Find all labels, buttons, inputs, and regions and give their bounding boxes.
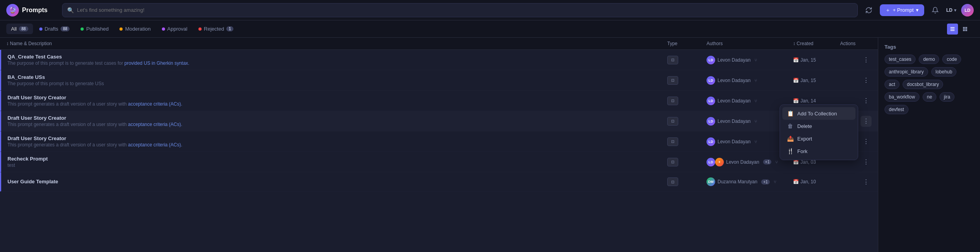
- tab-approval[interactable]: Approval: [157, 24, 192, 34]
- author-avatar: DM: [707, 177, 715, 186]
- tag-chip[interactable]: test_cases: [885, 55, 916, 64]
- tag-chip[interactable]: docsbot_library: [903, 80, 943, 89]
- tag-chip[interactable]: jira: [940, 92, 954, 102]
- logo-area: 🔮 Prompts: [6, 4, 57, 16]
- context-menu: 📋 Add To Collection 🗑 Delete 📤 Export 🍴 …: [780, 104, 858, 160]
- tag-chip[interactable]: act: [885, 80, 899, 89]
- tab-drafts-badge: 88: [61, 26, 70, 31]
- add-prompt-button[interactable]: ＋ + Prompt ▾: [880, 4, 924, 16]
- tab-published-label: Published: [86, 26, 108, 32]
- author-name: Duzanna Marutyan: [718, 179, 757, 184]
- author-avatar: LD: [707, 117, 715, 126]
- table-row[interactable]: User Guide Template ⊡ DM Duzanna Marutya…: [0, 172, 878, 192]
- notification-icon[interactable]: [929, 4, 941, 16]
- menu-item-label: Export: [797, 136, 812, 142]
- svg-rect-6: [965, 29, 967, 31]
- tag-chip[interactable]: demo: [919, 55, 939, 64]
- row-title: Recheck Prompt: [7, 156, 667, 162]
- sync-icon[interactable]: [863, 4, 875, 16]
- row-actions-menu-button[interactable]: ⋮: [861, 55, 872, 66]
- menu-item-export[interactable]: 📤 Export: [782, 132, 855, 145]
- row-actions-menu-button[interactable]: ⋮: [861, 116, 872, 127]
- search-bar[interactable]: 🔍: [62, 3, 858, 17]
- row-actions-menu-button[interactable]: ⋮: [861, 136, 872, 147]
- tab-rejected[interactable]: Rejected 1: [194, 24, 238, 34]
- user-badge[interactable]: LD ▾: [946, 7, 956, 13]
- svg-rect-3: [963, 27, 965, 29]
- author-name: Levon Dadayan: [718, 119, 751, 124]
- table-area: ↕ Name & Description Type Authors ↕ Crea…: [0, 38, 878, 252]
- tab-moderation-dot: [119, 27, 123, 31]
- row-description: This prompt generates a draft version of…: [7, 101, 667, 107]
- date-value: Jan, 15: [800, 78, 816, 83]
- header-right: ＋ + Prompt ▾ LD ▾ LD: [863, 4, 974, 16]
- tag-chip[interactable]: ne: [923, 92, 936, 102]
- row-name-cell: BA_Create USs The purpose of this prompt…: [7, 74, 667, 86]
- tag-chip[interactable]: code: [942, 55, 961, 64]
- row-actions-menu-button[interactable]: ⋮: [861, 75, 872, 86]
- plus-one-badge: +1: [761, 179, 769, 184]
- row-actions-menu-button[interactable]: ⋮: [861, 95, 872, 106]
- type-icon: ⊡: [667, 137, 678, 146]
- fork-icon: ⑂: [754, 139, 757, 144]
- avatar[interactable]: LD: [961, 4, 974, 16]
- row-title: Draft User Story Creator: [7, 135, 667, 141]
- row-actions-cell: ⋮: [840, 176, 872, 187]
- table-row[interactable]: Draft User Story Creator This prompt gen…: [0, 111, 878, 131]
- tab-published[interactable]: Published: [76, 24, 113, 34]
- menu-item-fork[interactable]: 🍴 Fork: [782, 145, 855, 157]
- table-row[interactable]: Recheck Prompt test ⊡ LD + Levon Dadayan…: [0, 152, 878, 172]
- row-authors-cell: LD Levon Dadayan ⑂: [707, 56, 793, 64]
- author-name: Levon Dadayan: [718, 78, 751, 83]
- row-title: BA_Create USs: [7, 74, 667, 80]
- plus-icon: ＋: [885, 7, 890, 14]
- author-avatar: LD: [707, 137, 715, 146]
- table-row[interactable]: Draft User Story Creator This prompt gen…: [0, 91, 878, 111]
- calendar-icon: 📅: [793, 179, 799, 184]
- svg-rect-4: [965, 27, 967, 29]
- tag-chip[interactable]: anthropic_library: [885, 67, 928, 77]
- view-toggle: [947, 24, 971, 35]
- row-description: This prompt generates a draft version of…: [7, 142, 667, 148]
- fork-menu-icon: 🍴: [787, 148, 793, 154]
- row-name-cell: User Guide Template: [7, 179, 667, 185]
- tab-rejected-label: Rejected: [204, 26, 224, 32]
- row-actions-menu-button[interactable]: ⋮: [861, 176, 872, 187]
- table-row[interactable]: QA_Create Test Cases The purpose of this…: [0, 50, 878, 70]
- user-initials: LD: [946, 7, 952, 13]
- row-type-cell: ⊡: [667, 76, 707, 85]
- tab-moderation-label: Moderation: [125, 26, 150, 32]
- row-actions-cell: ⋮: [840, 75, 872, 86]
- delete-icon: 🗑: [787, 123, 793, 129]
- fork-icon: ⑂: [754, 78, 757, 83]
- row-name-cell: Draft User Story Creator This prompt gen…: [7, 95, 667, 107]
- tab-all-label: All: [11, 26, 17, 32]
- search-input[interactable]: [77, 7, 853, 13]
- menu-item-delete[interactable]: 🗑 Delete: [782, 120, 855, 132]
- calendar-icon: 📅: [793, 57, 799, 63]
- tab-all[interactable]: All 88: [6, 24, 33, 34]
- tag-chip[interactable]: devfest: [885, 105, 908, 114]
- tag-chip[interactable]: lobehub: [931, 67, 957, 77]
- row-date-cell: 📅 Jan, 14: [793, 98, 840, 104]
- row-actions-menu-button[interactable]: ⋮: [861, 157, 872, 168]
- fork-icon: ⑂: [775, 160, 778, 164]
- table-row[interactable]: Draft User Story Creator This prompt gen…: [0, 131, 878, 152]
- row-description: The purpose of this prompt is to generat…: [7, 60, 667, 66]
- type-icon: ⊡: [667, 177, 678, 186]
- tag-chip[interactable]: ba_workflow: [885, 92, 919, 102]
- tab-moderation[interactable]: Moderation: [115, 24, 155, 34]
- table-row[interactable]: BA_Create USs The purpose of this prompt…: [0, 70, 878, 91]
- menu-item-label: Add To Collection: [797, 111, 837, 117]
- tab-drafts[interactable]: Drafts 88: [35, 24, 75, 34]
- type-icon: ⊡: [667, 97, 678, 105]
- list-view-button[interactable]: [947, 24, 958, 35]
- row-authors-cell: LD + Levon Dadayan +1 ⑂: [707, 158, 793, 166]
- app-title: Prompts: [22, 7, 48, 14]
- menu-item-add-collection[interactable]: 📋 Add To Collection: [782, 107, 855, 120]
- author-name: Levon Dadayan: [718, 57, 751, 63]
- calendar-icon: 📅: [793, 98, 799, 104]
- row-date-cell: 📅 Jan, 15: [793, 78, 840, 83]
- fork-icon: ⑂: [754, 99, 757, 103]
- grid-view-button[interactable]: [960, 24, 971, 35]
